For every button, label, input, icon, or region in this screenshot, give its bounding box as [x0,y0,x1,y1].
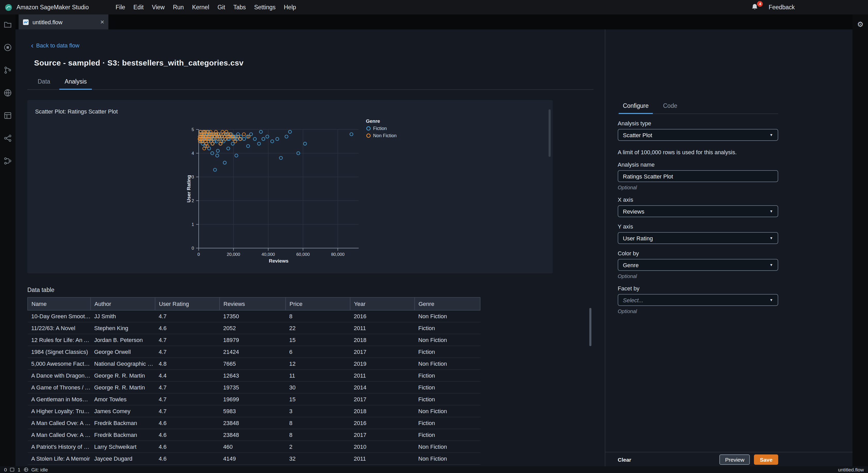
back-to-data-flow-link[interactable]: ‹ Back to data flow [31,42,80,49]
svg-text:Fiction: Fiction [373,126,387,131]
column-header-year: Year [350,297,415,310]
y-axis-select[interactable]: User Rating ▼ [618,232,778,244]
table-cell: 2014 [350,381,415,393]
facet-by-select[interactable]: Select... ▼ [618,294,778,306]
notifications-button[interactable]: 4 [751,3,760,11]
table-cell: 4149 [220,453,286,465]
git-icon[interactable] [4,66,12,74]
x-axis-field: X axis Reviews ▼ [618,196,778,217]
running-instances-icon[interactable] [4,43,12,52]
table-cell: A Higher Loyalty: Truth,... [28,405,91,417]
table-row: A Gentleman in Mosco...Amor Towles4.7196… [28,393,480,405]
table-cell: Larry Schweikart [91,441,155,453]
close-icon[interactable]: × [100,19,104,25]
svg-text:3: 3 [192,175,194,180]
table-cell: 32 [286,453,350,465]
table-row: A Stolen Life: A MemoirJayc­ee Dugard4.6… [28,453,480,465]
optional-hint: Optional [618,309,778,314]
x-axis-select[interactable]: Reviews ▼ [618,205,778,217]
table-cell: 2 [286,441,350,453]
table-cell: Non Fiction [415,405,480,417]
analysis-type-label: Analysis type [618,120,778,126]
svg-text:1: 1 [192,222,194,227]
kernel-icon [10,467,15,472]
components-icon[interactable] [4,157,12,165]
menubar-right: 4 Feedback [751,3,795,11]
save-button[interactable]: Save [754,454,778,465]
menu-item-file[interactable]: File [112,4,129,10]
svg-text:0: 0 [197,252,200,257]
table-cell: 4.7 [155,405,220,417]
menu-item-run[interactable]: Run [169,4,188,10]
table-cell: 4.6 [155,453,220,465]
table-row: A Man Called Ove: A No...Fredrik Backman… [28,429,480,441]
table-row: A Game of Thrones / A ...George R. R. Ma… [28,381,480,393]
analysis-name-label: Analysis name [618,161,778,168]
y-axis-title: User Rating [186,175,191,203]
table-cell: 12 Rules for Life: An An... [28,334,91,346]
analysis-name-input[interactable] [618,170,778,182]
column-header-name: Name [28,297,91,310]
table-cell: JJ Smith [91,310,155,322]
menu-item-help[interactable]: Help [280,4,300,10]
table-cell: 11/22/63: A Novel [28,322,91,334]
scrollbar-thumb[interactable] [589,308,591,346]
svg-text:60,000: 60,000 [296,252,310,257]
column-header-price: Price [286,297,350,310]
analysis-type-select[interactable]: Scatter Plot ▼ [618,129,778,141]
table-cell: 2017 [350,393,415,405]
terminal-count: 1 [18,467,21,472]
feedback-link[interactable]: Feedback [769,4,795,10]
tab-analysis[interactable]: Analysis [58,78,94,89]
tab-data[interactable]: Data [30,78,58,89]
menu-item-edit[interactable]: Edit [129,4,148,10]
globe-icon [24,467,28,472]
file-browser-icon[interactable] [4,21,12,29]
scrollbar-thumb[interactable] [549,109,551,157]
column-header-reviews: Reviews [220,297,286,310]
optional-hint: Optional [618,273,778,279]
table-row: A Patriot's History of th...Larry Schwei… [28,441,480,453]
table-cell: 2018 [350,334,415,346]
tab-untitled-flow[interactable]: untitled.flow × [19,14,108,29]
table-cell: 3 [286,405,350,417]
color-by-select[interactable]: Genre ▼ [618,259,778,271]
menu-item-view[interactable]: View [148,4,169,10]
table-row: A Man Called Ove: A No...Fredrik Backman… [28,417,480,429]
table-cell: Non Fiction [415,358,480,370]
table-cell: James Comey [91,405,155,417]
analysis-type-field: Analysis type Scatter Plot ▼ [618,120,778,141]
settings-gear-icon[interactable]: ⚙ [857,20,863,28]
tab-configure[interactable]: Configure [618,103,654,114]
tab-code[interactable]: Code [658,103,682,114]
right-sidebar-rail: ⚙ [852,14,868,466]
table-cell: 5,000 Awesome Facts (... [28,358,91,370]
table-cell: 2011 [350,370,415,381]
clear-button[interactable]: Clear [618,454,631,465]
analysis-name-field: Analysis name Optional [618,161,778,190]
table-cell: 7665 [220,358,286,370]
configure-footer: Clear Preview Save [605,452,852,466]
menu-item-settings[interactable]: Settings [250,4,280,10]
registries-icon[interactable] [4,112,12,120]
table-cell: 8 [286,310,350,322]
table-cell: 2017 [350,429,415,441]
commands-icon[interactable] [4,89,12,97]
table-cell: Non Fiction [415,334,480,346]
table-cell: 21424 [220,346,286,358]
table-cell: 460 [220,441,286,453]
back-label: Back to data flow [36,42,80,49]
legend-title: Genre [366,118,380,124]
tab-bar: untitled.flow × [16,14,852,29]
table-cell: 15 [286,334,350,346]
page-title: Source - sampled · S3: bestsellers_with_… [34,58,593,67]
menu-item-tabs[interactable]: Tabs [229,4,250,10]
facet-by-placeholder: Select... [623,297,644,303]
preview-button[interactable]: Preview [719,454,750,465]
color-by-field: Color by Genre ▼ Optional [618,250,778,279]
git-status[interactable]: Git: idle [31,467,48,472]
pipelines-icon[interactable] [4,134,12,143]
menu-item-kernel[interactable]: Kernel [188,4,213,10]
table-cell: A Stolen Life: A Memoir [28,453,91,465]
menu-item-git[interactable]: Git [213,4,229,10]
